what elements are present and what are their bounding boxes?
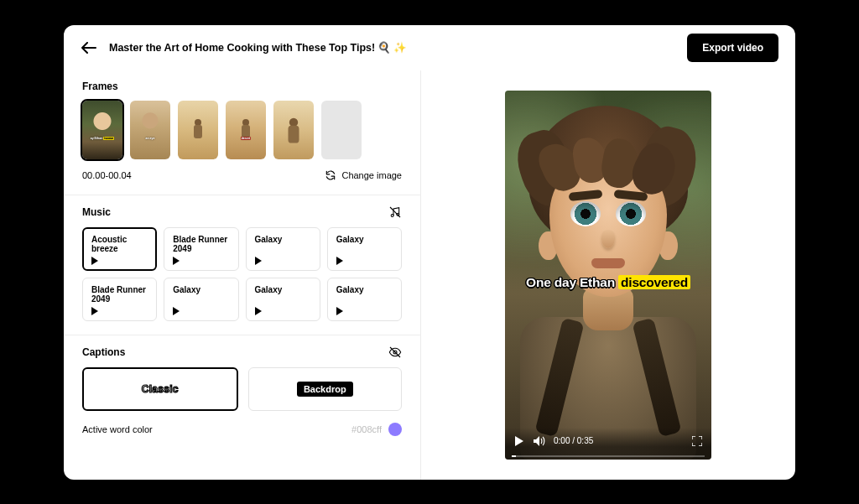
- app-window: Master the Art of Home Cooking with Thes…: [64, 25, 795, 480]
- frame-timecode: 00.00-00.04: [82, 170, 132, 180]
- music-section: Music Acoustic breeze Blade Runner 2049: [64, 195, 420, 335]
- music-track-label: Blade Runner 2049: [91, 285, 148, 304]
- svg-point-0: [391, 214, 393, 216]
- active-word-color-label: Active word color: [82, 424, 153, 434]
- refresh-icon: [325, 169, 336, 181]
- play-icon[interactable]: [255, 307, 262, 315]
- caption-backdrop-label: Backdrop: [297, 382, 353, 397]
- music-track-galaxy-1[interactable]: Galaxy: [246, 227, 320, 271]
- frame-thumbnail-2[interactable]: an eye: [130, 101, 170, 159]
- music-track-blade-runner-2[interactable]: Blade Runner 2049: [82, 278, 157, 321]
- export-video-button[interactable]: Export video: [687, 34, 778, 62]
- frames-section-title: Frames: [82, 81, 118, 92]
- caption-styles-row: Classic Backdrop: [82, 367, 402, 411]
- preview-caption-highlight: discovered: [618, 275, 690, 289]
- svg-marker-6: [534, 436, 539, 446]
- frame-thumbnail-1[interactable]: ay Ethan iscove: [82, 101, 122, 159]
- play-icon[interactable]: [91, 257, 98, 265]
- fullscreen-icon[interactable]: [691, 435, 703, 447]
- caption-classic-label: Classic: [142, 383, 179, 395]
- frame1-cap-b: iscove: [103, 137, 114, 140]
- progress-bar[interactable]: [512, 455, 705, 457]
- play-icon[interactable]: [336, 307, 343, 315]
- play-button-icon[interactable]: [513, 435, 525, 447]
- hide-captions-icon[interactable]: [388, 346, 402, 359]
- video-preview[interactable]: One day Ethan discovered 0:00 / 0:35: [505, 91, 711, 460]
- captions-section: Captions Classic Backdrop Active word co…: [64, 335, 420, 449]
- emoji-sparkle-icon: ✨: [393, 41, 407, 54]
- frame-thumbnail-5[interactable]: [273, 101, 314, 159]
- frames-section: Frames ay Ethan iscove an eye desert: [64, 70, 420, 195]
- music-track-label: Galaxy: [173, 285, 229, 295]
- page-title-text: Master the Art of Home Cooking with Thes…: [109, 42, 375, 54]
- frame-thumbnail-empty[interactable]: [321, 101, 362, 159]
- music-track-label: Galaxy: [255, 285, 311, 295]
- play-icon[interactable]: [173, 307, 180, 315]
- mute-music-icon[interactable]: [388, 205, 402, 219]
- caption-style-classic[interactable]: Classic: [82, 367, 238, 411]
- music-section-title: Music: [82, 206, 111, 218]
- left-panel: Frames ay Ethan iscove an eye desert: [64, 70, 421, 480]
- captions-section-title: Captions: [82, 346, 125, 358]
- music-track-galaxy-5[interactable]: Galaxy: [327, 278, 402, 321]
- change-image-label: Change image: [341, 170, 402, 180]
- preview-caption: One day Ethan discovered: [505, 275, 711, 290]
- caption-style-backdrop[interactable]: Backdrop: [248, 367, 403, 411]
- music-track-galaxy-4[interactable]: Galaxy: [246, 278, 320, 321]
- page-title: Master the Art of Home Cooking with Thes…: [109, 41, 675, 54]
- emoji-pan-icon: 🍳: [377, 41, 391, 54]
- music-track-label: Galaxy: [255, 235, 311, 245]
- frame-thumbnail-3[interactable]: [178, 101, 218, 159]
- color-swatch[interactable]: [388, 423, 402, 436]
- music-track-label: Acoustic breeze: [91, 235, 148, 254]
- music-track-label: Galaxy: [336, 235, 393, 245]
- play-icon[interactable]: [336, 257, 343, 265]
- preview-caption-plain: One day Ethan: [526, 275, 618, 289]
- frame-thumbnail-4[interactable]: desert: [226, 101, 266, 159]
- header-bar: Master the Art of Home Cooking with Thes…: [64, 25, 795, 70]
- time-display: 0:00 / 0:35: [554, 436, 593, 445]
- frame4-cap: desert: [241, 137, 252, 140]
- volume-icon[interactable]: [534, 435, 545, 447]
- video-controls: 0:00 / 0:35: [505, 428, 711, 460]
- music-track-blade-runner-1[interactable]: Blade Runner 2049: [164, 227, 238, 271]
- play-icon[interactable]: [91, 307, 98, 315]
- frame1-cap-a: ay Ethan: [91, 137, 103, 140]
- preview-panel: One day Ethan discovered 0:00 / 0:35: [421, 70, 795, 480]
- change-image-button[interactable]: Change image: [325, 169, 402, 181]
- back-arrow-icon[interactable]: [81, 39, 97, 56]
- music-grid: Acoustic breeze Blade Runner 2049 Galaxy…: [82, 227, 402, 321]
- frame2-cap: an eye: [132, 138, 169, 141]
- music-track-galaxy-3[interactable]: Galaxy: [164, 278, 238, 321]
- music-track-label: Blade Runner 2049: [173, 235, 229, 254]
- music-track-galaxy-2[interactable]: Galaxy: [327, 227, 402, 271]
- play-icon[interactable]: [255, 257, 262, 265]
- music-track-label: Galaxy: [336, 285, 393, 295]
- svg-marker-5: [515, 436, 523, 446]
- music-track-acoustic-breeze[interactable]: Acoustic breeze: [82, 227, 157, 271]
- color-hex-value: #008cff: [351, 424, 382, 434]
- frames-row: ay Ethan iscove an eye desert: [82, 101, 402, 159]
- main-body: Frames ay Ethan iscove an eye desert: [64, 70, 795, 480]
- play-icon[interactable]: [173, 257, 180, 265]
